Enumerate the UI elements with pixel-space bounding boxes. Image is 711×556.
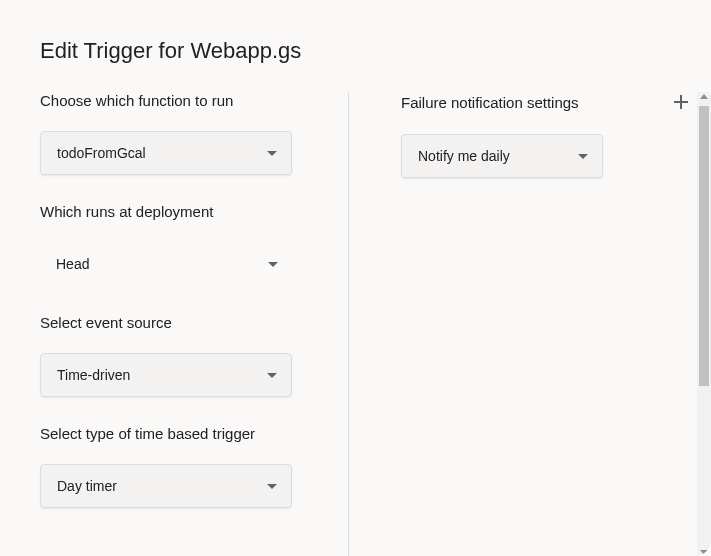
chevron-down-icon	[267, 373, 277, 378]
chevron-down-icon	[578, 154, 588, 159]
scrollbar-thumb[interactable]	[699, 106, 709, 386]
content-wrapper: Choose which function to run todoFromGca…	[0, 92, 711, 556]
deployment-section: Which runs at deployment Head	[40, 203, 308, 286]
function-label: Choose which function to run	[40, 92, 308, 109]
event-source-dropdown[interactable]: Time-driven	[40, 353, 292, 397]
event-source-label: Select event source	[40, 314, 308, 331]
notification-label: Failure notification settings	[401, 94, 579, 111]
notification-section: Failure notification settings Notify me …	[401, 92, 691, 178]
trigger-type-section: Select type of time based trigger Day ti…	[40, 425, 308, 508]
function-dropdown[interactable]: todoFromGcal	[40, 131, 292, 175]
notification-header-row: Failure notification settings	[401, 92, 691, 112]
plus-icon[interactable]	[671, 92, 691, 112]
right-column: Failure notification settings Notify me …	[349, 92, 711, 556]
deployment-dropdown[interactable]: Head	[40, 242, 292, 286]
trigger-type-dropdown[interactable]: Day timer	[40, 464, 292, 508]
chevron-down-icon	[267, 484, 277, 489]
notification-dropdown[interactable]: Notify me daily	[401, 134, 603, 178]
event-source-section: Select event source Time-driven	[40, 314, 308, 397]
edit-trigger-dialog: Edit Trigger for Webapp.gs Choose which …	[0, 0, 711, 556]
deployment-label: Which runs at deployment	[40, 203, 308, 220]
event-source-value: Time-driven	[57, 367, 130, 383]
function-section: Choose which function to run todoFromGca…	[40, 92, 308, 175]
notification-value: Notify me daily	[418, 148, 510, 164]
function-value: todoFromGcal	[57, 145, 146, 161]
scrollbar-arrow-down-icon[interactable]	[700, 550, 708, 555]
left-column: Choose which function to run todoFromGca…	[0, 92, 348, 556]
chevron-down-icon	[267, 151, 277, 156]
scrollbar-arrow-up-icon[interactable]	[700, 94, 708, 99]
trigger-type-value: Day timer	[57, 478, 117, 494]
dialog-title: Edit Trigger for Webapp.gs	[0, 0, 711, 92]
deployment-value: Head	[56, 256, 89, 272]
scrollbar-track[interactable]	[697, 92, 711, 556]
chevron-down-icon	[268, 262, 278, 267]
trigger-type-label: Select type of time based trigger	[40, 425, 308, 442]
